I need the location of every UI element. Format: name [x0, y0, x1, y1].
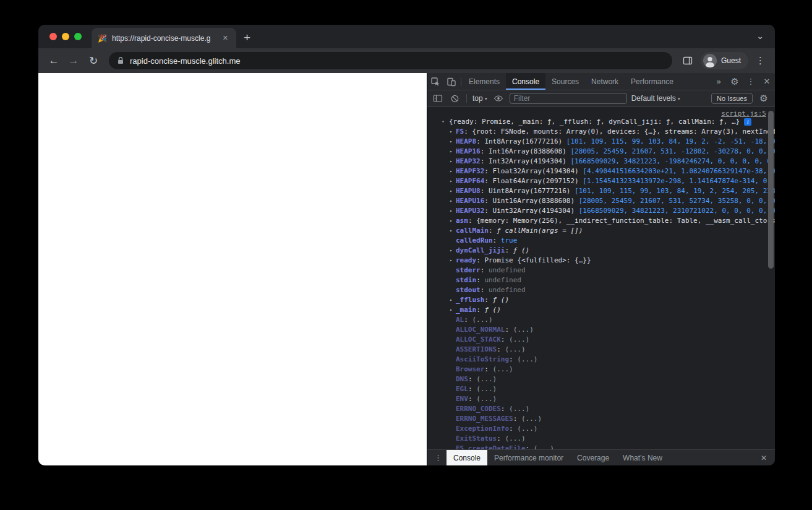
- console-property-row[interactable]: AL: (...): [427, 315, 775, 325]
- console-property-row[interactable]: ▸HEAP16: Int16Array(8388608) [28005, 254…: [427, 147, 775, 157]
- expand-triangle-icon[interactable]: ▸: [450, 137, 457, 147]
- settings-gear-icon[interactable]: ⚙: [727, 73, 743, 90]
- clear-console-icon[interactable]: [448, 94, 461, 103]
- console-property-row[interactable]: ▸HEAPF64: Float64Array(2097152) [1.15454…: [427, 176, 775, 186]
- getter-invoke[interactable]: (...): [505, 345, 525, 353]
- minimize-window-button[interactable]: [62, 33, 69, 40]
- devtools-tab-elements[interactable]: Elements: [463, 73, 506, 90]
- address-bar[interactable]: rapid-concise-muscle.glitch.me: [109, 52, 672, 69]
- console-scrollbar[interactable]: [768, 111, 774, 269]
- devtools-close-icon[interactable]: ✕: [759, 73, 775, 90]
- side-panel-icon[interactable]: [678, 51, 697, 70]
- expand-triangle-icon[interactable]: ▸: [450, 127, 457, 137]
- console-settings-gear-icon[interactable]: ⚙: [757, 93, 771, 104]
- source-link[interactable]: script.js:5: [721, 110, 766, 116]
- reload-button[interactable]: ↻: [84, 51, 103, 70]
- console-property-row[interactable]: ▸HEAPF32: Float32Array(4194304) [4.49044…: [427, 166, 775, 176]
- expand-triangle-icon[interactable]: ▸: [450, 295, 457, 305]
- console-property-row[interactable]: ▸HEAPU32: Uint32Array(4194304) [16685090…: [427, 206, 775, 216]
- tab-close-icon[interactable]: ✕: [221, 33, 230, 43]
- getter-invoke[interactable]: (...): [493, 365, 513, 373]
- console-property-row[interactable]: ▸HEAPU16: Uint16Array(8388608) [28005, 2…: [427, 196, 775, 206]
- devtools-menu-icon[interactable]: ⋮: [743, 73, 759, 90]
- console-property-row[interactable]: ▸asm: {memory: Memory(256), __indirect_f…: [427, 216, 775, 226]
- expand-triangle-icon[interactable]: ▸: [450, 246, 457, 256]
- tab-overflow-icon[interactable]: ⌄: [756, 31, 775, 48]
- forward-button[interactable]: →: [64, 51, 83, 70]
- drawer-tab-console[interactable]: Console: [447, 450, 487, 465]
- inspect-element-icon[interactable]: [427, 73, 443, 90]
- console-property-row[interactable]: ▸_fflush: ƒ (): [427, 295, 775, 305]
- new-tab-button[interactable]: +: [236, 32, 257, 48]
- getter-invoke[interactable]: (...): [534, 444, 554, 449]
- console-property-row[interactable]: EGL: (...): [427, 384, 775, 394]
- console-property-row[interactable]: DNS: (...): [427, 374, 775, 384]
- devtools-tab-console[interactable]: Console: [506, 73, 545, 90]
- console-property-row[interactable]: ▸_main: ƒ (): [427, 305, 775, 315]
- console-property-row[interactable]: ExitStatus: (...): [427, 434, 775, 444]
- console-property-row[interactable]: calledRun: true: [427, 236, 775, 246]
- getter-invoke[interactable]: (...): [513, 326, 534, 334]
- expand-triangle-icon[interactable]: ▸: [450, 166, 457, 176]
- console-property-row[interactable]: ERRNO_MESSAGES: (...): [427, 414, 775, 424]
- console-property-row[interactable]: AsciiToString: (...): [427, 355, 775, 365]
- drawer-close-icon[interactable]: ✕: [755, 450, 772, 465]
- console-property-row[interactable]: ENV: (...): [427, 394, 775, 404]
- issues-counter[interactable]: No Issues: [711, 93, 753, 104]
- console-property-row[interactable]: ▸callMain: ƒ callMain(args = []): [427, 226, 775, 236]
- expand-triangle-icon[interactable]: ▸: [450, 176, 457, 186]
- more-tabs-icon[interactable]: »: [711, 73, 727, 90]
- drawer-tab-coverage[interactable]: Coverage: [570, 450, 616, 465]
- getter-invoke[interactable]: (...): [517, 355, 537, 363]
- device-toolbar-icon[interactable]: [443, 73, 459, 90]
- console-property-row[interactable]: ▸HEAPU8: Uint8Array(16777216) [101, 109,…: [427, 186, 775, 196]
- getter-invoke[interactable]: (...): [476, 375, 497, 383]
- console-sidebar-icon[interactable]: [432, 93, 444, 103]
- getter-invoke[interactable]: (...): [505, 434, 525, 443]
- console-property-row[interactable]: ▸FS: {root: FSNode, mounts: Array(0), de…: [427, 127, 775, 137]
- getter-invoke[interactable]: (...): [509, 335, 529, 344]
- filter-input[interactable]: [510, 93, 627, 104]
- expand-triangle-icon[interactable]: ▸: [450, 157, 457, 166]
- profile-button[interactable]: Guest: [701, 52, 748, 69]
- log-levels-selector[interactable]: Default levels ▾: [631, 94, 680, 103]
- expand-triangle-icon[interactable]: ▸: [450, 186, 457, 196]
- console-property-row[interactable]: ▸HEAP32: Int32Array(4194304) [1668509029…: [427, 157, 775, 166]
- console-property-row[interactable]: stdout: undefined: [427, 285, 775, 295]
- browser-menu-icon[interactable]: ⋮: [752, 55, 769, 66]
- console-property-row[interactable]: FS_createDataFile: (...): [427, 444, 775, 449]
- getter-invoke[interactable]: (...): [509, 405, 529, 413]
- devtools-tab-performance[interactable]: Performance: [625, 73, 680, 90]
- console-property-row[interactable]: ExceptionInfo: (...): [427, 424, 775, 434]
- fullscreen-window-button[interactable]: [74, 33, 82, 40]
- page-viewport[interactable]: [38, 73, 427, 465]
- console-property-row[interactable]: Browser: (...): [427, 365, 775, 374]
- drawer-tab-performance-monitor[interactable]: Performance monitor: [487, 450, 570, 465]
- drawer-menu-icon[interactable]: ⋮: [430, 450, 447, 465]
- info-badge-icon[interactable]: i: [744, 118, 751, 126]
- context-selector[interactable]: top ▾: [472, 94, 487, 103]
- console-property-row[interactable]: ASSERTIONS: (...): [427, 345, 775, 355]
- expand-triangle-icon[interactable]: ▸: [450, 216, 457, 226]
- browser-tab[interactable]: 🎉 https://rapid-concise-muscle.g ✕: [92, 28, 236, 48]
- devtools-tab-network[interactable]: Network: [585, 73, 625, 90]
- getter-invoke[interactable]: (...): [476, 395, 497, 403]
- console-property-row[interactable]: ALLOC_NORMAL: (...): [427, 325, 775, 335]
- expand-triangle-icon[interactable]: ▸: [450, 196, 457, 206]
- collapse-triangle-icon[interactable]: ▾: [442, 117, 449, 127]
- expand-triangle-icon[interactable]: ▸: [450, 206, 457, 216]
- console-property-row[interactable]: stderr: undefined: [427, 266, 775, 275]
- console-property-row[interactable]: ▸ready: Promise {<fulfilled>: {…}}: [427, 256, 775, 266]
- close-window-button[interactable]: [49, 33, 57, 40]
- console-property-row[interactable]: stdin: undefined: [427, 275, 775, 285]
- logged-object-preview[interactable]: ▾ {ready: Promise, _main: ƒ, _fflush: ƒ,…: [427, 117, 775, 127]
- console-property-row[interactable]: ALLOC_STACK: (...): [427, 335, 775, 345]
- expand-triangle-icon[interactable]: ▸: [450, 305, 457, 315]
- back-button[interactable]: ←: [45, 51, 63, 70]
- console-property-row[interactable]: ▸dynCall_jiji: ƒ (): [427, 246, 775, 256]
- console-property-row[interactable]: ERRNO_CODES: (...): [427, 404, 775, 414]
- getter-invoke[interactable]: (...): [476, 385, 497, 393]
- expand-triangle-icon[interactable]: ▸: [450, 226, 457, 236]
- live-expression-eye-icon[interactable]: [492, 93, 505, 103]
- drawer-tab-what-s-new[interactable]: What’s New: [616, 450, 669, 465]
